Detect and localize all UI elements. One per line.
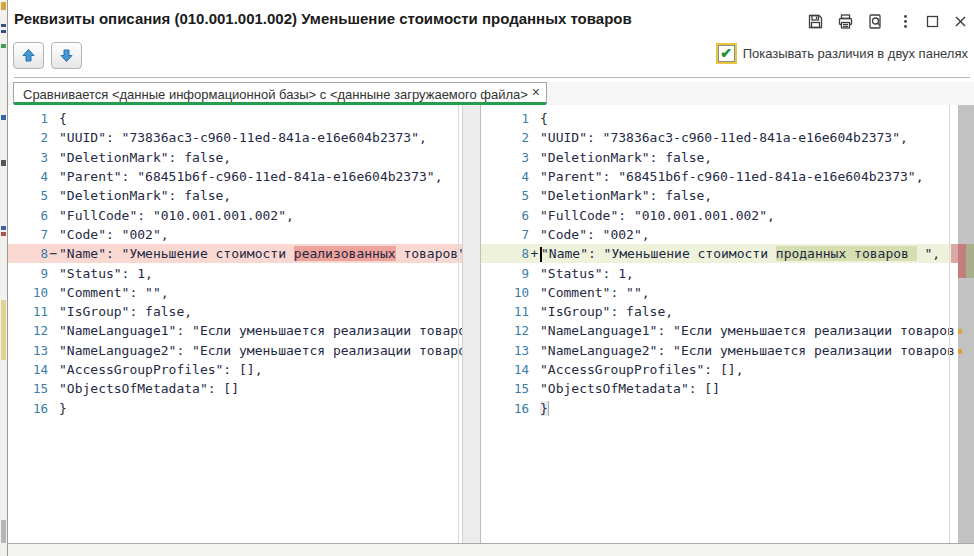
code-text: } <box>59 401 462 416</box>
line-number: 12 <box>8 323 48 338</box>
maximize-icon[interactable] <box>921 10 943 32</box>
code-line[interactable]: 1{ <box>8 109 462 128</box>
background-edge-mark <box>1 300 6 360</box>
code-line[interactable]: 7"Code": "002", <box>481 225 958 244</box>
scrollbar-tick-marker <box>958 349 962 354</box>
code-line[interactable]: 16} <box>8 398 462 417</box>
line-number: 9 <box>481 266 529 281</box>
line-number: 14 <box>8 362 48 377</box>
left-diff-panel[interactable]: 1{2"UUID": "73836ac3-c960-11ed-841a-e16e… <box>8 105 462 543</box>
line-number: 7 <box>481 227 529 242</box>
scrollbar-tick-marker <box>958 329 962 334</box>
right-panel-scrollbar[interactable] <box>958 105 974 543</box>
code-line[interactable]: 12"NameLanguage1": "Если уменьшается реа… <box>8 321 462 340</box>
code-segment: ", <box>917 246 940 261</box>
code-line[interactable]: 10"Comment": "", <box>8 283 462 302</box>
code-line[interactable]: 2"UUID": "73836ac3-c960-11ed-841a-e16e60… <box>481 128 958 147</box>
code-line[interactable]: 3"DeletionMark": false, <box>8 148 462 167</box>
code-text: "NameLanguage1": "Если уменьшается реали… <box>540 323 958 338</box>
code-segment: "NameLanguage2": "Если уменьшается реали… <box>540 343 955 358</box>
code-text: "AccessGroupProfiles": [], <box>59 362 462 377</box>
code-line[interactable]: 13"NameLanguage2": "Если уменьшается реа… <box>8 341 462 360</box>
line-number: 3 <box>481 150 529 165</box>
code-line[interactable]: 8−"Name": "Уменьшение стоимости реализов… <box>8 244 462 263</box>
code-text: "NameLanguage1": "Если уменьшается реали… <box>59 323 462 338</box>
close-icon[interactable] <box>949 10 971 32</box>
code-line[interactable]: 14"AccessGroupProfiles": [], <box>8 360 462 379</box>
code-text: { <box>59 111 462 126</box>
code-segment: товаров", <box>396 246 462 261</box>
next-difference-button[interactable] <box>51 42 82 69</box>
show-differences-checkbox[interactable]: ✔ Показывать различия в двух панелях <box>718 45 968 62</box>
code-text: "NameLanguage2": "Если уменьшается реали… <box>59 343 462 358</box>
code-line[interactable]: 9"Status": 1, <box>481 263 958 282</box>
code-line[interactable]: 15"ObjectsOfMetadata": [] <box>481 379 958 398</box>
background-edge-mark <box>1 232 6 236</box>
background-window-edge <box>0 0 8 556</box>
code-line[interactable]: 16} <box>481 398 958 417</box>
code-text: "UUID": "73836ac3-c960-11ed-841a-e16e604… <box>540 130 958 145</box>
right-diff-panel[interactable]: 1{2"UUID": "73836ac3-c960-11ed-841a-e16e… <box>480 105 958 543</box>
code-segment: "DeletionMark": false, <box>59 150 231 165</box>
code-line[interactable]: 6"FullCode": "010.001.001.002", <box>8 205 462 224</box>
code-text: "Comment": "", <box>59 285 462 300</box>
code-segment: "AccessGroupProfiles": [], <box>540 362 744 377</box>
toolbar: ✔ Показывать различия в двух панелях <box>8 40 974 76</box>
left-panel-scrollbar[interactable] <box>462 105 480 543</box>
code-line[interactable]: 5"DeletionMark": false, <box>481 186 958 205</box>
line-number: 7 <box>8 227 48 242</box>
code-line[interactable]: 9"Status": 1, <box>8 263 462 282</box>
diff-sign: + <box>529 246 540 261</box>
previous-difference-button[interactable] <box>13 42 44 69</box>
code-segment: "DeletionMark": false, <box>540 188 712 203</box>
code-text: "UUID": "73836ac3-c960-11ed-841a-e16e604… <box>59 130 462 145</box>
code-segment: "NameLanguage1": "Если уменьшается реали… <box>59 323 462 338</box>
code-line[interactable]: 8+"Name": "Уменьшение стоимости проданны… <box>481 244 958 263</box>
code-segment: "IsGroup": false, <box>540 304 673 319</box>
code-text: "NameLanguage2": "Если уменьшается реали… <box>540 343 958 358</box>
save-icon[interactable] <box>804 10 826 32</box>
line-number: 5 <box>8 188 48 203</box>
code-segment: "DeletionMark": false, <box>59 188 231 203</box>
print-icon[interactable] <box>834 10 856 32</box>
code-text: "FullCode": "010.001.001.002", <box>59 208 462 223</box>
code-line[interactable]: 6"FullCode": "010.001.001.002", <box>481 205 958 224</box>
checkbox-box[interactable]: ✔ <box>718 45 735 62</box>
line-number: 15 <box>481 381 529 396</box>
code-line[interactable]: 7"Code": "002", <box>8 225 462 244</box>
line-number: 11 <box>8 304 48 319</box>
line-number: 1 <box>481 111 529 126</box>
title-bar: Реквизиты описания (010.001.001.002) Уме… <box>8 0 974 38</box>
code-line[interactable]: 10"Comment": "", <box>481 283 958 302</box>
window-bottom-edge <box>8 543 974 556</box>
code-segment: "ObjectsOfMetadata": [] <box>59 381 239 396</box>
checkbox-label: Показывать различия в двух панелях <box>743 46 968 61</box>
code-line[interactable]: 15"ObjectsOfMetadata": [] <box>8 379 462 398</box>
code-text: "IsGroup": false, <box>59 304 462 319</box>
code-line[interactable]: 1{ <box>481 109 958 128</box>
diff-editor: 1{2"UUID": "73836ac3-c960-11ed-841a-e16e… <box>8 105 974 543</box>
print-preview-icon[interactable] <box>864 10 886 32</box>
code-text: "ObjectsOfMetadata": [] <box>540 381 958 396</box>
background-edge-mark <box>1 115 6 120</box>
code-line[interactable]: 11"IsGroup": false, <box>8 302 462 321</box>
code-text: "Comment": "", <box>540 285 958 300</box>
code-line[interactable]: 4"Parent": "68451b6f-c960-11ed-841a-e16e… <box>8 167 462 186</box>
line-number: 8 <box>481 246 529 261</box>
background-edge-mark <box>1 44 6 48</box>
changed-word: реализованных <box>294 246 396 261</box>
code-line[interactable]: 13"NameLanguage2": "Если уменьшается реа… <box>481 341 958 360</box>
code-line[interactable]: 14"AccessGroupProfiles": [], <box>481 360 958 379</box>
line-number: 13 <box>481 343 529 358</box>
code-line[interactable]: 4"Parent": "68451b6f-c960-11ed-841a-e16e… <box>481 167 958 186</box>
code-line[interactable]: 3"DeletionMark": false, <box>481 148 958 167</box>
tab-close-icon[interactable]: × <box>532 85 540 99</box>
tab-strip: Сравнивается <данные информационной базы… <box>8 82 974 106</box>
code-line[interactable]: 5"DeletionMark": false, <box>8 186 462 205</box>
code-line[interactable]: 2"UUID": "73836ac3-c960-11ed-841a-e16e60… <box>8 128 462 147</box>
more-icon[interactable] <box>894 10 916 32</box>
line-number: 6 <box>8 208 48 223</box>
code-line[interactable]: 11"IsGroup": false, <box>481 302 958 321</box>
code-line[interactable]: 12"NameLanguage1": "Если уменьшается реа… <box>481 321 958 340</box>
tab-comparison[interactable]: Сравнивается <данные информационной базы… <box>13 82 547 104</box>
